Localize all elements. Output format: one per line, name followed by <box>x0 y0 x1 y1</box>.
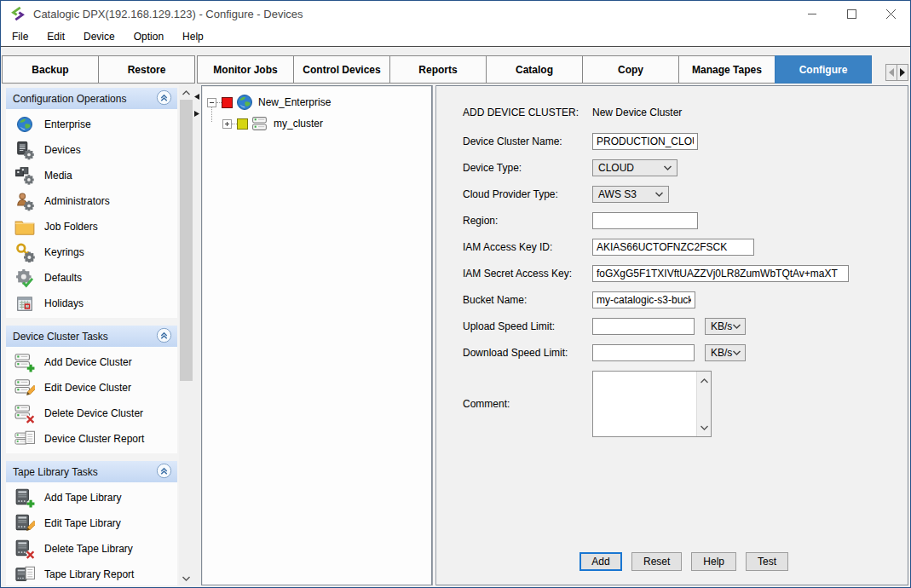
tab-scroll-controls <box>886 64 908 81</box>
collapse-section-icon[interactable] <box>156 327 172 346</box>
device-cluster-report-icon <box>13 428 36 450</box>
tab-restore[interactable]: Restore <box>98 55 195 84</box>
device-tree: New_Enterprise my_cluster <box>207 93 431 133</box>
sidebar-item-holidays[interactable]: Holidays <box>6 291 177 316</box>
comment-textarea[interactable] <box>592 371 712 437</box>
tab-catalog[interactable]: Catalog <box>486 55 583 84</box>
menu-device[interactable]: Device <box>74 27 124 46</box>
sidebar-item-devices[interactable]: Devices <box>6 137 177 163</box>
scrollbar-thumb[interactable] <box>180 100 193 381</box>
tab-backup[interactable]: Backup <box>2 55 99 84</box>
bucket-name-input[interactable] <box>592 291 695 308</box>
add-device-cluster-icon <box>13 351 36 373</box>
section-title: Tape Library Tasks <box>13 466 98 478</box>
sidebar-splitter[interactable] <box>193 85 201 585</box>
collapse-right-icon[interactable] <box>194 105 199 120</box>
textarea-scrollbar[interactable] <box>696 372 711 436</box>
scroll-up-icon[interactable] <box>179 85 193 99</box>
tree-node-label[interactable]: my_cluster <box>274 118 323 130</box>
upload-speed-unit-select[interactable]: KB/s <box>705 318 746 335</box>
add-button[interactable]: Add <box>579 552 622 571</box>
iam-access-key-id-input[interactable] <box>592 239 754 256</box>
test-button[interactable]: Test <box>746 552 788 571</box>
sidebar-item-media[interactable]: Media <box>6 163 177 188</box>
tab-reports[interactable]: Reports <box>389 55 487 84</box>
sidebar-item-label: Media <box>44 170 72 182</box>
menu-edit[interactable]: Edit <box>37 27 74 46</box>
section-tape-library-tasks: Tape Library Tasks Add Tape Library Edit… <box>6 461 177 585</box>
minimize-button[interactable] <box>793 1 832 26</box>
section-items: Enterprise Devices Media Administrators … <box>6 109 177 318</box>
sidebar-item-delete-tape-library[interactable]: Delete Tape Library <box>6 536 177 562</box>
enterprise-status-icon <box>222 97 233 108</box>
chevron-down-icon <box>732 347 741 359</box>
cloud-provider-type-select[interactable]: AWS S3 <box>592 186 669 203</box>
download-speed-unit-value: KB/s <box>711 347 732 359</box>
tab-scroll-left-icon[interactable] <box>885 64 897 81</box>
section-title: Device Cluster Tasks <box>13 331 108 343</box>
download-speed-limit-input[interactable] <box>592 344 695 361</box>
tab-manage-tapes[interactable]: Manage Tapes <box>678 55 776 84</box>
sidebar-item-device-cluster-report[interactable]: Device Cluster Report <box>6 426 177 452</box>
section-header-device-cluster-tasks[interactable]: Device Cluster Tasks <box>6 326 177 347</box>
holidays-icon <box>13 292 36 314</box>
sidebar-item-edit-device-cluster[interactable]: Edit Device Cluster <box>6 375 177 401</box>
sidebar-item-label: Devices <box>44 144 81 156</box>
device-tree-panel: New_Enterprise my_cluster <box>201 85 432 585</box>
sidebar-item-defaults[interactable]: Defaults <box>6 265 177 291</box>
tab-scroll-right-icon[interactable] <box>897 64 908 81</box>
tab-control-devices[interactable]: Control Devices <box>293 55 390 84</box>
collapse-section-icon[interactable] <box>156 89 172 108</box>
sidebar-scrollbar[interactable] <box>179 85 193 585</box>
section-header-configuration-operations[interactable]: Configuration Operations <box>6 88 177 109</box>
sidebar-item-label: Job Folders <box>44 221 98 233</box>
scroll-up-icon[interactable] <box>700 374 709 386</box>
section-header-tape-library-tasks[interactable]: Tape Library Tasks <box>6 461 177 482</box>
region-input[interactable] <box>592 212 698 229</box>
sidebar: Configuration Operations Enterprise Devi… <box>3 85 179 585</box>
upload-speed-limit-input[interactable] <box>592 318 695 335</box>
reset-button[interactable]: Reset <box>631 552 682 571</box>
sidebar-item-administrators[interactable]: Administrators <box>6 188 177 214</box>
delete-tape-library-icon <box>13 538 36 560</box>
tree-node-new-enterprise[interactable]: New_Enterprise <box>207 93 431 112</box>
scroll-down-icon[interactable] <box>700 422 709 434</box>
tabs: Backup Restore Monitor Jobs Control Devi… <box>2 55 910 84</box>
section-items: Add Device Cluster Edit Device Cluster D… <box>6 347 177 453</box>
tab-copy[interactable]: Copy <box>582 55 679 84</box>
menu-file[interactable]: File <box>3 27 37 46</box>
section-items: Add Tape Library Edit Tape Library Delet… <box>6 482 177 585</box>
help-button[interactable]: Help <box>691 552 736 571</box>
sidebar-item-edit-tape-library[interactable]: Edit Tape Library <box>6 510 177 536</box>
close-button[interactable] <box>871 1 910 26</box>
menu-option[interactable]: Option <box>124 27 173 46</box>
tape-library-report-icon <box>13 563 36 585</box>
sidebar-item-label: Add Tape Library <box>44 492 122 504</box>
expand-node-icon[interactable] <box>222 119 232 129</box>
sidebar-item-tape-library-report[interactable]: Tape Library Report <box>6 562 177 585</box>
maximize-button[interactable] <box>832 1 871 26</box>
collapse-node-icon[interactable] <box>207 98 216 107</box>
iam-secret-access-key-input[interactable] <box>592 265 849 282</box>
menu-help[interactable]: Help <box>173 27 213 46</box>
device-cluster-name-input[interactable] <box>592 133 698 150</box>
sidebar-item-add-tape-library[interactable]: Add Tape Library <box>6 485 177 510</box>
tab-monitor-jobs[interactable]: Monitor Jobs <box>197 55 294 84</box>
collapse-left-icon[interactable] <box>194 88 199 103</box>
sidebar-item-enterprise[interactable]: Enterprise <box>6 112 177 137</box>
sidebar-item-delete-device-cluster[interactable]: Delete Device Cluster <box>6 401 177 426</box>
scroll-down-icon[interactable] <box>179 572 193 585</box>
media-icon <box>13 164 36 187</box>
tab-configure[interactable]: Configure <box>775 55 872 84</box>
device-type-select[interactable]: CLOUD <box>592 159 677 176</box>
download-speed-unit-select[interactable]: KB/s <box>705 344 746 361</box>
sidebar-item-keyrings[interactable]: Keyrings <box>6 239 177 265</box>
delete-device-cluster-icon <box>13 402 36 424</box>
add-device-cluster-form: ADD DEVICE CLUSTER: New Device Cluster D… <box>436 85 908 585</box>
sidebar-item-job-folders[interactable]: Job Folders <box>6 214 177 239</box>
tree-node-label[interactable]: New_Enterprise <box>258 96 331 108</box>
tree-node-my-cluster[interactable]: my_cluster <box>222 114 431 133</box>
cloud-provider-type-label: Cloud Provider Type: <box>463 188 592 200</box>
sidebar-item-add-device-cluster[interactable]: Add Device Cluster <box>6 349 177 375</box>
collapse-section-icon[interactable] <box>156 463 172 481</box>
